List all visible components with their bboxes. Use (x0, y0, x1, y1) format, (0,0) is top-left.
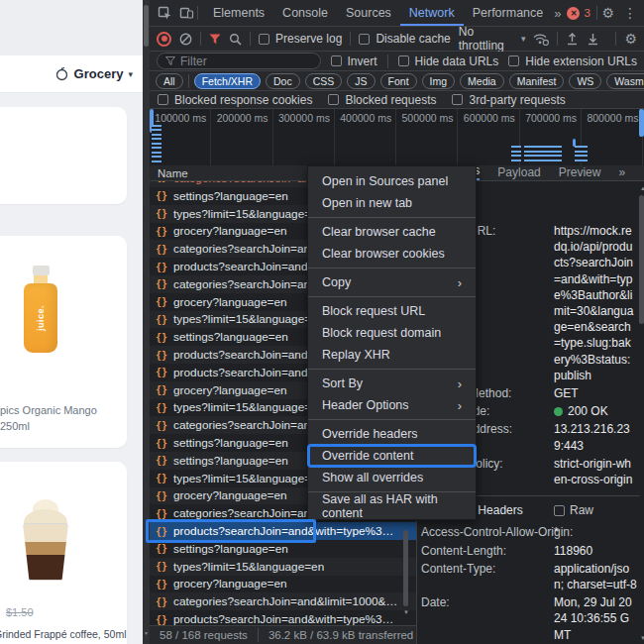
status-ok-dot (554, 407, 563, 416)
checkbox[interactable] (554, 505, 565, 516)
filter-chip-all[interactable]: All (156, 73, 183, 89)
preserve-log-checkbox[interactable]: Preserve log (259, 32, 342, 46)
more-tabs-icon[interactable]: » (618, 165, 625, 180)
context-menu-item-clear-browser-cookies[interactable]: Clear browser cookies (308, 243, 476, 265)
details-tab-payload[interactable]: Payload (497, 165, 540, 180)
context-menu-item-open-in-sources-panel[interactable]: Open in Sources panel (308, 170, 476, 192)
filter-input[interactable]: Filter (157, 53, 321, 69)
network-request-row[interactable]: {}settings?language=en (150, 540, 416, 558)
tab-sources[interactable]: Sources (337, 0, 400, 26)
device-toolbar-icon[interactable] (175, 6, 197, 20)
scroll-down-icon[interactable]: ▼ (638, 635, 644, 641)
checkbox[interactable] (359, 34, 370, 45)
request-name: types?limit=15&language=en (173, 472, 324, 485)
request-name: grocery?language=en (173, 224, 286, 238)
tab-elements[interactable]: Elements (204, 0, 273, 26)
tab-performance[interactable]: Performance (464, 0, 553, 26)
context-menu-item-copy[interactable]: Copy› (308, 271, 476, 293)
timeline-handle[interactable] (639, 109, 644, 137)
filter-chip-fetch-xhr[interactable]: Fetch/XHR (194, 73, 261, 89)
network-conditions-icon[interactable] (533, 33, 549, 46)
context-menu-item-show-all-overrides[interactable]: Show all overrides (308, 467, 476, 488)
checkbox[interactable] (331, 55, 342, 66)
search-icon[interactable] (229, 33, 242, 46)
invert-checkbox[interactable]: Invert (331, 54, 377, 68)
checkbox[interactable] (158, 94, 168, 105)
xhr-icon: {} (156, 181, 167, 185)
checkbox[interactable] (452, 94, 463, 105)
context-menu-item-clear-browser-cache[interactable]: Clear browser cache (308, 221, 476, 243)
hide-extension-urls-checkbox[interactable]: Hide extension URLs (508, 54, 637, 68)
filter-chip-font[interactable]: Font (380, 73, 417, 89)
error-badge[interactable]: ✕ 3 (567, 7, 590, 20)
context-menu-item-replay-xhr[interactable]: Replay XHR (308, 344, 476, 366)
kebab-menu-icon[interactable]: ⋮ (619, 6, 641, 20)
network-request-row[interactable]: {}products?searchJoin=and&with=type%3Bau… (150, 610, 416, 625)
header-value: 200 OK (554, 403, 637, 419)
empty-card[interactable] (0, 107, 127, 204)
filter-chip-ws[interactable]: WS (569, 73, 601, 89)
scroll-down-icon[interactable]: ▼ (401, 609, 411, 615)
filter-chip-doc[interactable]: Doc (266, 73, 300, 89)
page-scrollbar[interactable]: ▼ (143, 0, 150, 644)
filter-chip-css[interactable]: CSS (305, 73, 343, 89)
context-menu-item-block-request-domain[interactable]: Block request domain (308, 322, 476, 344)
network-request-row[interactable]: {}types?limit=15&language=en (150, 558, 416, 576)
filter-chip-img[interactable]: Img (422, 73, 456, 89)
menu-item-label: Show all overrides (322, 471, 423, 484)
import-har-icon[interactable] (566, 33, 579, 46)
scroll-down-icon[interactable]: ▼ (143, 630, 150, 636)
hide-data-urls-checkbox[interactable]: Hide data URLs (398, 54, 499, 68)
store-switcher[interactable]: Grocery ▾ (0, 55, 143, 93)
checkbox[interactable] (328, 94, 339, 105)
checkbox[interactable] (398, 55, 409, 66)
tab-network[interactable]: Network (400, 0, 464, 26)
context-menu-item-override-headers[interactable]: Override headers (308, 423, 476, 445)
blocked-requests-checkbox[interactable]: Blocked requests (328, 93, 436, 107)
context-menu-item-override-content[interactable]: Override content (308, 445, 476, 467)
clear-icon[interactable] (179, 33, 192, 46)
store-menu-label[interactable]: Grocery (74, 66, 124, 81)
network-request-row[interactable]: {}grocery?language=en (150, 576, 416, 593)
export-har-icon[interactable] (587, 33, 599, 46)
network-request-row[interactable]: {}categories?searchJoin=and&limit=1000&l… (150, 592, 416, 610)
context-menu-item-save-all-as-har-with-content[interactable]: Save all as HAR with content (308, 495, 476, 517)
raw-checkbox[interactable]: Raw (554, 502, 593, 518)
filter-chip-manifest[interactable]: Manifest (509, 73, 565, 89)
context-menu-item-sort-by[interactable]: Sort By› (308, 373, 476, 394)
menu-item-label: Override content (322, 449, 413, 463)
context-menu-item-header-options[interactable]: Header Options› (308, 394, 476, 416)
disable-cache-checkbox[interactable]: Disable cache (359, 32, 450, 46)
scroll-up-icon[interactable]: ▲ (638, 185, 644, 191)
details-scrollbar-thumb[interactable] (639, 195, 644, 324)
request-name: settings?language=en (173, 542, 288, 556)
timeline-overview[interactable]: 100000 ms200000 ms300000 ms400000 ms5000… (150, 109, 644, 166)
details-tab-preview[interactable]: Preview (559, 165, 601, 180)
list-scrollbar-thumb[interactable] (403, 530, 408, 606)
header-row-access-control-allow-origin: Access-Control-Allow-Origin:* (417, 524, 640, 540)
network-request-row[interactable]: {}products?searchJoin=and&with=type%3Bau… (150, 522, 416, 540)
context-menu-item-block-request-url[interactable]: Block request URL (308, 300, 476, 322)
page-scrollbar-thumb[interactable] (144, 5, 149, 47)
checkbox[interactable] (259, 34, 269, 45)
context-menu-item-open-in-new-tab[interactable]: Open in new tab (308, 192, 476, 214)
product-card-mango-juice[interactable]: juice. pics Organic Mango 250ml (0, 236, 127, 448)
network-settings-gear-icon[interactable]: ⚙ (624, 32, 637, 46)
menu-item-label: Clear browser cookies (322, 247, 445, 261)
blocked-response-cookies-checkbox[interactable]: Blocked response cookies (158, 93, 312, 107)
product-card-frappe[interactable]: $1.50 Grinded Frappé coffee, 50ml (0, 462, 127, 644)
filter-chip-wasm[interactable]: Wasm (606, 73, 644, 89)
settings-gear-icon[interactable]: ⚙ (597, 6, 619, 20)
tab-console[interactable]: Console (273, 0, 337, 26)
filter-funnel-icon[interactable] (209, 34, 221, 45)
throttling-dropdown[interactable]: No throttling ▾ (459, 25, 526, 53)
record-icon[interactable] (157, 32, 171, 47)
3rd-party-requests-checkbox[interactable]: 3rd-party requests (452, 93, 565, 107)
filter-chip-media[interactable]: Media (460, 73, 504, 89)
menu-divider (308, 369, 476, 370)
blocked-filters-row: Blocked response cookiesBlocked requests… (150, 91, 644, 109)
inspect-element-icon[interactable] (154, 6, 175, 21)
checkbox[interactable] (508, 55, 519, 66)
more-tabs-icon[interactable]: » (554, 7, 561, 20)
filter-chip-js[interactable]: JS (347, 73, 375, 89)
